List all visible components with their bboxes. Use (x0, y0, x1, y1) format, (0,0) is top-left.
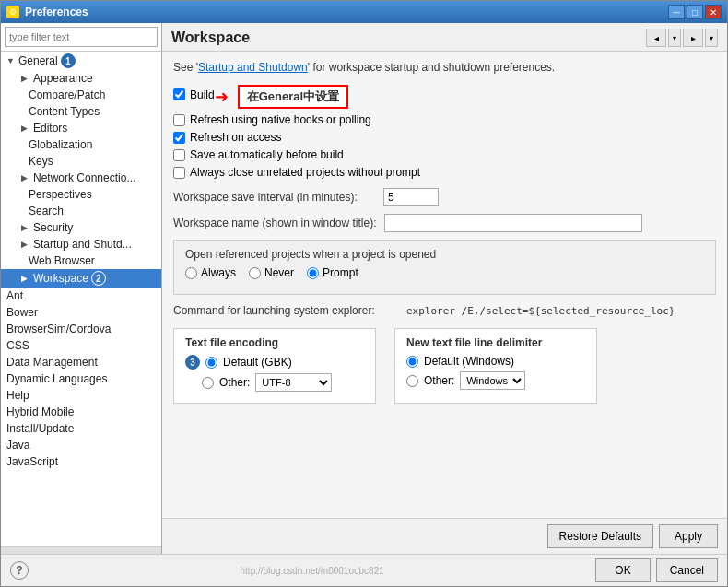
workspace-save-interval-input[interactable] (383, 188, 439, 206)
help-icon[interactable]: ? (10, 561, 29, 580)
sidebar-item-bower[interactable]: Bower (1, 304, 161, 321)
footer-bar: ? http://blog.csdn.net/m0001oobc821 OK C… (1, 554, 727, 586)
sidebar-item-browsersim[interactable]: BrowserSim/Cordova (1, 321, 161, 337)
sidebar-item-hybrid-mobile[interactable]: Hybrid Mobile (1, 404, 161, 420)
sidebar-item-general[interactable]: ▼ General 1 (1, 52, 161, 70)
forward-dropdown-button[interactable]: ▾ (705, 29, 718, 47)
checkbox-label-save-auto: Save automatically before build (190, 148, 344, 161)
sidebar-item-network-connections[interactable]: ▶ Network Connectio... (1, 170, 161, 186)
sidebar-item-content-types[interactable]: Content Types (1, 103, 161, 120)
delimiter-other-label: Other: (424, 374, 454, 387)
sidebar-item-label-ant: Ant (6, 289, 23, 302)
sidebar-item-data-management[interactable]: Data Management (1, 354, 161, 370)
radio-text-never: Never (264, 266, 294, 279)
nav-arrows: ◂ ▾ ▸ ▾ (646, 29, 718, 47)
radio-never[interactable] (249, 267, 261, 279)
sidebar-item-perspectives[interactable]: Perspectives (1, 186, 161, 203)
sidebar-item-java[interactable]: Java (1, 437, 161, 453)
workspace-save-interval-row: Workspace save interval (in minutes): (173, 188, 716, 206)
sidebar-item-label-security: Security (33, 221, 73, 234)
encoding-other-label: Other: (219, 376, 250, 389)
content-title: Workspace (171, 29, 250, 46)
sidebar-item-install-update[interactable]: Install/Update (1, 420, 161, 437)
sidebar-item-appearance[interactable]: ▶ Appearance (1, 70, 161, 87)
sidebar-item-security[interactable]: ▶ Security (1, 219, 161, 236)
radio-prompt[interactable] (307, 267, 319, 279)
bottom-bar-right: Restore Defaults Apply (547, 524, 718, 548)
sidebar-item-globalization[interactable]: Globalization (1, 136, 161, 153)
line-delimiter-title: New text file line delimiter (406, 336, 585, 349)
checkbox-refresh-access[interactable] (173, 132, 185, 144)
delimiter-row-other: Other: Windows Unix Mac (406, 371, 585, 390)
sidebar-item-label-javascript: JavaScript (6, 455, 58, 468)
window-title: Preferences (25, 6, 88, 18)
radio-group-open-refs: Always Never Prompt (185, 266, 704, 279)
radio-encoding-default[interactable] (205, 357, 217, 369)
apply-button[interactable]: Apply (659, 524, 718, 548)
checkbox-row-close-unrelated: Always close unrelated projects without … (173, 166, 716, 179)
sidebar-item-editors[interactable]: ▶ Editors (1, 120, 161, 136)
close-button[interactable]: ✕ (705, 5, 722, 19)
sidebar-item-css[interactable]: CSS (1, 337, 161, 354)
radio-label-prompt: Prompt (307, 266, 358, 279)
sidebar-item-label-workspace: Workspace (33, 272, 88, 285)
encoding-row-other: Other: UTF-8 GBK ISO-8859-1 UTF-16 (185, 373, 364, 392)
sidebar-item-ant[interactable]: Ant (1, 288, 161, 304)
sidebar-item-label-dynamic-languages: Dynamic Languages (6, 372, 107, 385)
sidebar-item-label-startup: Startup and Shutd... (33, 238, 132, 251)
title-bar-left: ⚙ Preferences (6, 6, 88, 18)
sidebar-item-compare-patch[interactable]: Compare/Patch (1, 87, 161, 103)
maximize-button[interactable]: □ (687, 5, 703, 19)
description-after: ' for workspace startup and shutdown pre… (308, 61, 555, 74)
sidebar-item-help[interactable]: Help (1, 387, 161, 404)
restore-defaults-button[interactable]: Restore Defaults (547, 524, 653, 548)
radio-delimiter-default[interactable] (406, 356, 418, 368)
checkbox-build[interactable] (173, 88, 185, 100)
sidebar-item-label-data-management: Data Management (6, 356, 98, 369)
sidebar-item-startup-shutdown[interactable]: ▶ Startup and Shutd... (1, 236, 161, 252)
sidebar-item-label-network: Network Connectio... (33, 171, 135, 184)
workspace-name-input[interactable] (384, 214, 642, 232)
command-row: Command for launching system explorer: e… (173, 304, 716, 317)
sidebar-item-label-hybrid-mobile: Hybrid Mobile (6, 405, 74, 418)
expand-arrow-workspace: ▶ (21, 274, 30, 283)
delimiter-select[interactable]: Windows Unix Mac (460, 371, 525, 390)
encoding-select[interactable]: UTF-8 GBK ISO-8859-1 UTF-16 (255, 373, 332, 392)
watermark: http://blog.csdn.net/m0001oobc821 (29, 566, 595, 576)
command-value: explorer /E,/select=${selected_resource_… (406, 305, 675, 317)
radio-delimiter-other[interactable] (406, 375, 418, 387)
text-encoding-title: Text file encoding (185, 336, 364, 349)
sidebar-item-web-browser[interactable]: Web Browser (1, 252, 161, 269)
preferences-window: ⚙ Preferences ─ □ ✕ ▼ General 1 (0, 0, 728, 587)
startup-shutdown-link[interactable]: Startup and Shutdown (198, 61, 308, 74)
minimize-button[interactable]: ─ (668, 5, 685, 19)
badge-3: 3 (185, 355, 200, 370)
footer-right: OK Cancel (595, 558, 718, 582)
delimiter-default-label: Default (Windows) (424, 355, 514, 368)
radio-always[interactable] (185, 267, 197, 279)
sidebar-item-label-java: Java (6, 439, 29, 452)
checkbox-label-refresh-native: Refresh using native hooks or polling (190, 113, 371, 126)
ok-button[interactable]: OK (595, 558, 650, 582)
radio-encoding-other[interactable] (202, 377, 214, 389)
sidebar-item-workspace[interactable]: ▶ Workspace 2 (1, 269, 161, 288)
title-controls: ─ □ ✕ (668, 5, 722, 19)
cancel-button[interactable]: Cancel (656, 558, 718, 582)
checkbox-refresh-native[interactable] (173, 114, 185, 126)
red-arrow-annotation: ➜ (215, 87, 229, 107)
forward-button[interactable]: ▸ (683, 29, 703, 47)
checkbox-close-unrelated[interactable] (173, 167, 185, 179)
sidebar-item-search[interactable]: Search (1, 203, 161, 219)
expand-arrow-security: ▶ (21, 223, 30, 232)
sidebar-item-label-css: CSS (6, 339, 29, 352)
back-button[interactable]: ◂ (646, 29, 666, 47)
sidebar-item-keys[interactable]: Keys (1, 153, 161, 170)
filter-input[interactable] (5, 27, 158, 47)
checkbox-save-auto[interactable] (173, 149, 185, 161)
sidebar-item-dynamic-languages[interactable]: Dynamic Languages (1, 370, 161, 387)
back-dropdown-button[interactable]: ▾ (668, 29, 681, 47)
sidebar-item-label-perspectives: Perspectives (29, 188, 92, 201)
badge-1: 1 (61, 53, 76, 68)
sidebar-item-label-globalization: Globalization (29, 138, 92, 151)
sidebar-item-javascript[interactable]: JavaScript (1, 453, 161, 470)
